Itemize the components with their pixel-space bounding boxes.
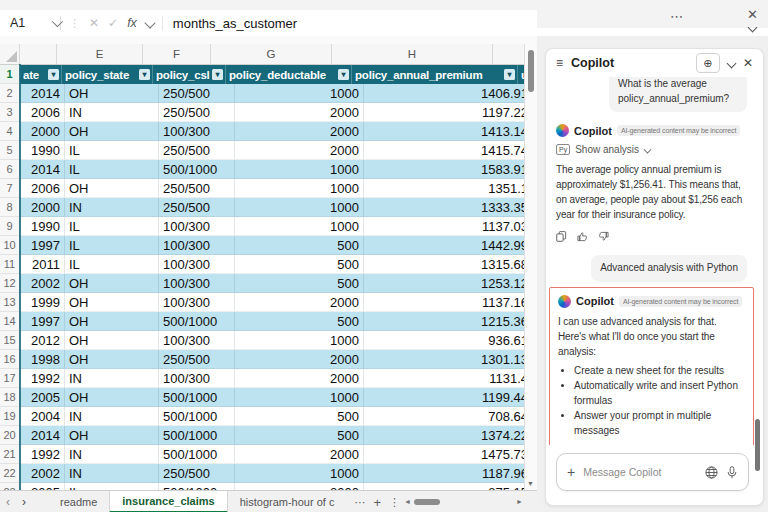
- resize-handle-icon[interactable]: ⋮: [69, 17, 80, 30]
- cell[interactable]: 1990: [20, 217, 65, 236]
- row-number[interactable]: 11: [0, 255, 20, 274]
- cell[interactable]: 1000: [235, 179, 364, 198]
- cell[interactable]: 1413.14: [364, 122, 533, 141]
- cell[interactable]: 100/300: [159, 293, 235, 312]
- hamburger-icon[interactable]: ≡: [556, 56, 563, 70]
- row-number[interactable]: 19: [0, 407, 20, 426]
- cell[interactable]: 500/1000: [159, 312, 235, 331]
- row-number[interactable]: 15: [0, 331, 20, 350]
- select-all-corner[interactable]: [0, 44, 20, 64]
- sheet-tab-readme[interactable]: readme: [48, 491, 109, 512]
- cell[interactable]: 250/500: [159, 84, 235, 103]
- cell[interactable]: IL: [65, 141, 159, 160]
- cell[interactable]: 1992: [20, 369, 65, 388]
- cell[interactable]: 1253.12: [364, 274, 533, 293]
- row-number[interactable]: 9: [0, 217, 20, 236]
- table-header-cell[interactable]: policy_csl▾: [153, 65, 226, 84]
- cell[interactable]: 2000: [20, 198, 65, 217]
- cell[interactable]: 100/300: [159, 255, 235, 274]
- cell[interactable]: 1000: [235, 198, 364, 217]
- cell[interactable]: 2014: [20, 426, 65, 445]
- cell[interactable]: 1000: [235, 331, 364, 350]
- cell[interactable]: 1997: [20, 236, 65, 255]
- copy-icon[interactable]: [556, 231, 567, 242]
- cell[interactable]: IL: [65, 217, 159, 236]
- column-letter[interactable]: F: [143, 44, 211, 64]
- microphone-icon[interactable]: [726, 466, 738, 479]
- cell[interactable]: 1215.36: [364, 312, 533, 331]
- row-number[interactable]: 5: [0, 141, 20, 160]
- cell[interactable]: 1197.22: [364, 103, 533, 122]
- window-close-icon[interactable]: ✕: [747, 7, 758, 22]
- row-number[interactable]: 22: [0, 464, 20, 483]
- cell[interactable]: 100/300: [159, 217, 235, 236]
- thumbs-down-icon[interactable]: [598, 231, 609, 242]
- cell[interactable]: OH: [65, 179, 159, 198]
- formula-input[interactable]: months_as_customer: [162, 16, 537, 31]
- cell[interactable]: OH: [65, 122, 159, 141]
- cell[interactable]: 1000: [235, 160, 364, 179]
- collapse-chevron-icon[interactable]: [726, 58, 736, 68]
- cell[interactable]: 2005: [20, 483, 65, 490]
- row-number[interactable]: 8: [0, 198, 20, 217]
- cell[interactable]: IN: [65, 445, 159, 464]
- cell[interactable]: 1992: [20, 445, 65, 464]
- cell[interactable]: IL: [65, 236, 159, 255]
- row-number[interactable]: 6: [0, 160, 20, 179]
- table-header-cell[interactable]: policy_annual_premium▾: [352, 65, 518, 84]
- cell[interactable]: 500: [235, 407, 364, 426]
- cell[interactable]: 2002: [20, 464, 65, 483]
- cell[interactable]: 2000: [235, 122, 364, 141]
- cell[interactable]: IN: [65, 103, 159, 122]
- cell[interactable]: 1131.4: [364, 369, 533, 388]
- filter-dropdown-icon[interactable]: ▾: [212, 69, 223, 80]
- row-number[interactable]: 18: [0, 388, 20, 407]
- cell[interactable]: 1998: [20, 350, 65, 369]
- cell[interactable]: OH: [65, 388, 159, 407]
- cell[interactable]: 500/1000: [159, 445, 235, 464]
- row-number[interactable]: 12: [0, 274, 20, 293]
- cell[interactable]: 500/1000: [159, 407, 235, 426]
- row-number[interactable]: 13: [0, 293, 20, 312]
- vertical-scrollbar-thumb[interactable]: [528, 50, 534, 92]
- cell[interactable]: 500: [235, 274, 364, 293]
- cell[interactable]: 2000: [235, 141, 364, 160]
- show-analysis-toggle[interactable]: Py Show analysis: [556, 144, 749, 155]
- cell[interactable]: 500/1000: [159, 160, 235, 179]
- filter-dropdown-icon[interactable]: ▾: [139, 69, 150, 80]
- cell[interactable]: 2006: [20, 103, 65, 122]
- cell[interactable]: 1000: [235, 464, 364, 483]
- cell[interactable]: 500: [235, 255, 364, 274]
- cell[interactable]: 1137.16: [364, 293, 533, 312]
- cell[interactable]: 100/300: [159, 274, 235, 293]
- row-number[interactable]: 7: [0, 179, 20, 198]
- cell[interactable]: 1999: [20, 293, 65, 312]
- cell[interactable]: 100/300: [159, 236, 235, 255]
- message-input[interactable]: + Message Copilot: [556, 453, 749, 491]
- cell[interactable]: 708.64: [364, 407, 533, 426]
- cell[interactable]: OH: [65, 293, 159, 312]
- row-number[interactable]: 10: [0, 236, 20, 255]
- cell[interactable]: 2000: [235, 293, 364, 312]
- cell[interactable]: 1199.44: [364, 388, 533, 407]
- cell[interactable]: 1000: [235, 84, 364, 103]
- cell[interactable]: 2000: [20, 122, 65, 141]
- vertical-scrollbar[interactable]: ▼: [524, 44, 537, 490]
- column-letter[interactable]: G: [211, 44, 332, 64]
- cell[interactable]: 1442.99: [364, 236, 533, 255]
- cell[interactable]: 1374.22: [364, 426, 533, 445]
- cell[interactable]: 250/500: [159, 350, 235, 369]
- cell[interactable]: 250/500: [159, 179, 235, 198]
- cell[interactable]: 1333.35: [364, 198, 533, 217]
- cell[interactable]: 250/500: [159, 141, 235, 160]
- cell[interactable]: OH: [65, 426, 159, 445]
- next-sheet-icon[interactable]: ›: [16, 495, 32, 509]
- sheet-tab-histogram-hour-of-c[interactable]: histogram-hour of c: [228, 491, 347, 512]
- name-box[interactable]: A1: [0, 16, 60, 30]
- cell[interactable]: 500: [235, 426, 364, 445]
- cell[interactable]: 1406.91: [364, 84, 533, 103]
- filter-dropdown-icon[interactable]: ▾: [48, 69, 59, 80]
- row-number[interactable]: 17: [0, 369, 20, 388]
- cell[interactable]: 250/500: [159, 198, 235, 217]
- cell[interactable]: 2005: [20, 388, 65, 407]
